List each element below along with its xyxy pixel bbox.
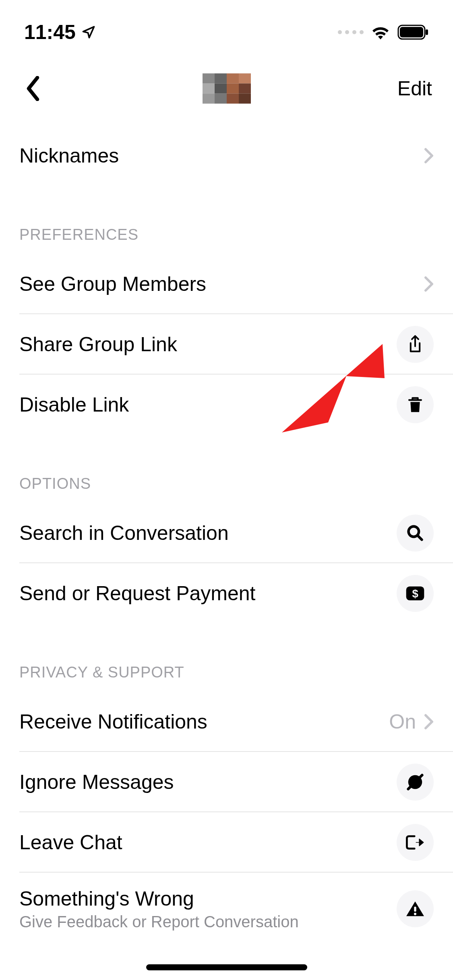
ignore-row[interactable]: Ignore Messages xyxy=(0,752,453,812)
ignore-icon-button[interactable] xyxy=(397,764,434,801)
search-icon-button[interactable] xyxy=(397,515,434,552)
payment-row[interactable]: Send or Request Payment $ xyxy=(0,563,453,624)
payment-icon: $ xyxy=(405,585,425,601)
wrong-label: Something's Wrong xyxy=(19,887,299,910)
options-header: OPTIONS xyxy=(0,435,453,503)
search-label: Search in Conversation xyxy=(19,521,229,545)
warning-icon xyxy=(405,900,425,918)
wrong-sub: Give Feedback or Report Conversation xyxy=(19,913,299,931)
wifi-icon xyxy=(371,25,390,39)
share-link-label: Share Group Link xyxy=(19,333,177,356)
trash-icon-button[interactable] xyxy=(397,386,434,423)
disable-link-label: Disable Link xyxy=(19,393,129,416)
leave-label: Leave Chat xyxy=(19,831,122,854)
back-button[interactable] xyxy=(21,76,45,101)
ignore-label: Ignore Messages xyxy=(19,770,174,794)
status-bar: 11:45 xyxy=(0,0,453,52)
leave-icon-button[interactable] xyxy=(397,824,434,861)
payment-label: Send or Request Payment xyxy=(19,582,255,605)
share-link-row[interactable]: Share Group Link xyxy=(0,314,453,375)
status-right xyxy=(338,25,429,40)
home-indicator[interactable] xyxy=(146,964,307,970)
leave-row[interactable]: Leave Chat xyxy=(0,812,453,873)
chevron-left-icon xyxy=(26,76,40,101)
privacy-header: PRIVACY & SUPPORT xyxy=(0,624,453,692)
see-members-row[interactable]: See Group Members xyxy=(0,254,453,314)
nicknames-row[interactable]: Nicknames xyxy=(0,126,453,186)
preferences-header: PREFERENCES xyxy=(0,186,453,254)
leave-icon xyxy=(405,834,425,851)
share-icon-button[interactable] xyxy=(397,326,434,363)
status-time: 11:45 xyxy=(24,21,76,44)
status-left: 11:45 xyxy=(24,21,96,44)
svg-rect-7 xyxy=(414,907,416,912)
nav-header: Edit xyxy=(0,52,453,125)
notifications-label: Receive Notifications xyxy=(19,710,207,733)
search-row[interactable]: Search in Conversation xyxy=(0,503,453,563)
battery-icon xyxy=(397,25,429,40)
cellular-signal-icon xyxy=(338,30,364,34)
disable-link-row[interactable]: Disable Link xyxy=(0,375,453,435)
svg-rect-1 xyxy=(400,27,423,37)
notifications-value: On xyxy=(389,710,416,733)
chevron-right-icon xyxy=(424,714,434,730)
svg-point-8 xyxy=(414,913,416,915)
location-icon xyxy=(81,25,96,39)
warning-icon-button[interactable] xyxy=(397,890,434,927)
search-icon xyxy=(406,524,424,542)
svg-rect-2 xyxy=(426,29,428,35)
chevron-right-icon xyxy=(424,148,434,164)
group-avatar[interactable] xyxy=(203,74,251,104)
chevron-right-icon xyxy=(424,276,434,292)
something-wrong-row[interactable]: Something's Wrong Give Feedback or Repor… xyxy=(0,873,453,945)
trash-icon xyxy=(407,396,423,414)
svg-text:$: $ xyxy=(412,587,418,600)
share-icon xyxy=(407,335,423,354)
ignore-icon xyxy=(406,773,424,791)
edit-button[interactable]: Edit xyxy=(397,77,432,100)
payment-icon-button[interactable]: $ xyxy=(397,575,434,612)
nicknames-label: Nicknames xyxy=(19,144,119,167)
see-members-label: See Group Members xyxy=(19,272,206,296)
notifications-row[interactable]: Receive Notifications On xyxy=(0,692,453,752)
